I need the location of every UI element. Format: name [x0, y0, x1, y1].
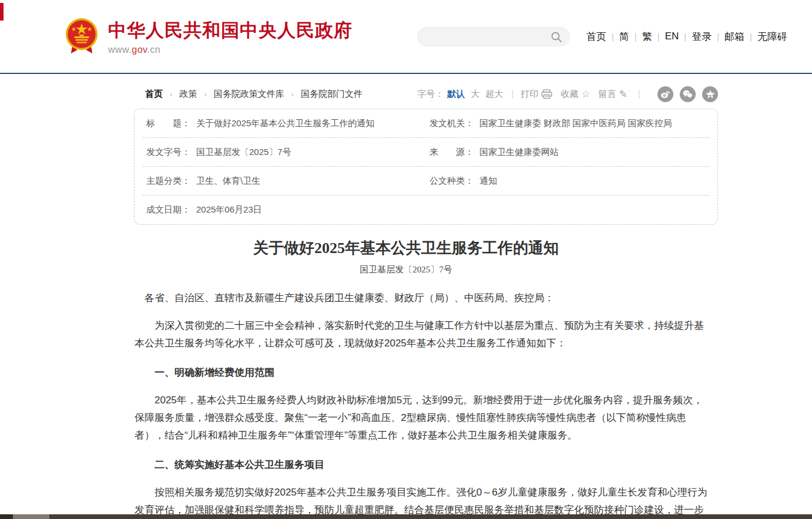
print-button[interactable]: 打印: [521, 89, 552, 100]
left-edge-red-tab: [0, 3, 4, 21]
meta-cell: 发文机关：国家卫生健康委 财政部 国家中医药局 国家疾控局: [426, 118, 709, 129]
meta-label: 标 题：: [146, 118, 190, 129]
pencil-icon: ✎: [619, 88, 628, 100]
article-title: 关于做好2025年基本公共卫生服务工作的通知: [0, 238, 812, 258]
article-heading-3: 一、明确新增经费使用范围: [135, 364, 712, 382]
meta-cell: 来 源：国家卫生健康委网站: [426, 147, 709, 158]
site-url-cn: .cn: [147, 45, 160, 55]
top-nav-item-2[interactable]: 简: [619, 30, 629, 43]
top-nav-item-7[interactable]: 无障碍: [757, 30, 787, 43]
weibo-icon[interactable]: [657, 86, 673, 102]
breadcrumb-separator-icon: ›: [204, 90, 206, 99]
article-paragraph-2: 为深入贯彻党的二十届三中全会精神，落实新时代党的卫生与健康工作方针中以基层为重点…: [135, 317, 712, 352]
meta-label: 成文日期：: [146, 204, 190, 215]
breadcrumb-item-3[interactable]: 国务院政策文件库: [214, 89, 284, 100]
meta-row: 成文日期：2025年06月23日: [143, 196, 709, 224]
header-right: 首页|简|繁|EN|登录|邮箱|无障碍: [417, 27, 787, 46]
font-size-label: 字号：: [417, 89, 444, 100]
meta-value: 通知: [479, 176, 497, 187]
article-heading-5: 二、统筹实施好基本公共卫生服务项目: [135, 456, 712, 474]
social-share: [651, 86, 718, 102]
meta-value: 卫生、体育\卫生: [196, 176, 260, 187]
search-box[interactable]: [417, 27, 570, 46]
article-body: 各省、自治区、直辖市及新疆生产建设兵团卫生健康委、财政厅（局）、中医药局、疾控局…: [135, 289, 712, 519]
meta-label: 公文种类：: [430, 176, 474, 187]
meta-label: 发文机关：: [430, 118, 474, 129]
meta-cell: 发文字号：国卫基层发〔2025〕7号: [143, 147, 426, 158]
meta-cell: 标 题：关于做好2025年基本公共卫生服务工作的通知: [143, 118, 426, 129]
page: 中华人民共和国中央人民政府 www.gov.cn 首页|简|繁|EN|登录|邮箱…: [0, 0, 812, 519]
breadcrumb-item-2[interactable]: 政策: [179, 89, 197, 100]
toolbar-row: 首页›政策›国务院政策文件库›国务院部门文件 字号： 默认 大 超大 | 打印: [134, 85, 718, 103]
breadcrumb-separator-icon: ›: [291, 90, 294, 99]
breadcrumb-item-4[interactable]: 国务院部门文件: [301, 89, 363, 100]
top-nav-item-5[interactable]: 登录: [692, 30, 712, 43]
meta-cell: 主题分类：卫生、体育\卫生: [143, 176, 426, 187]
logo-text: 中华人民共和国中央人民政府 www.gov.cn: [108, 18, 353, 55]
meta-value: 国卫基层发〔2025〕7号: [196, 147, 291, 158]
site-logo[interactable]: 中华人民共和国中央人民政府 www.gov.cn: [65, 18, 353, 55]
print-label: 打印: [521, 89, 538, 100]
breadcrumb-item-1[interactable]: 首页: [145, 89, 163, 100]
breadcrumb: 首页›政策›国务院政策文件库›国务院部门文件: [134, 89, 363, 100]
divider: |: [638, 89, 640, 99]
font-size-default[interactable]: 默认: [447, 89, 465, 100]
meta-row: 标 题：关于做好2025年基本公共卫生服务工作的通知发文机关：国家卫生健康委 财…: [143, 109, 709, 138]
nav-divider: |: [635, 32, 637, 42]
nav-divider: |: [612, 32, 614, 42]
printer-icon: [541, 89, 552, 99]
meta-row: 发文字号：国卫基层发〔2025〕7号来 源：国家卫生健康委网站: [143, 138, 709, 167]
comment-label: 留言: [599, 89, 616, 100]
meta-cell: 成文日期：2025年06月23日: [143, 204, 426, 215]
search-icon[interactable]: [551, 31, 562, 43]
scrollbar-corner: [0, 514, 13, 519]
bottom-scrollbar[interactable]: [0, 514, 812, 519]
breadcrumb-separator-icon: ›: [170, 90, 172, 99]
search-input[interactable]: [418, 28, 569, 46]
meta-label: 发文字号：: [146, 147, 190, 158]
meta-value: 国家卫生健康委网站: [479, 147, 559, 158]
top-nav: 首页|简|繁|EN|登录|邮箱|无障碍: [586, 30, 787, 43]
top-nav-item-6[interactable]: 邮箱: [724, 30, 744, 43]
comment-button[interactable]: 留言 ✎: [599, 88, 628, 100]
document-meta-table: 标 题：关于做好2025年基本公共卫生服务工作的通知发文机关：国家卫生健康委 财…: [134, 109, 718, 225]
divider: |: [511, 89, 514, 99]
font-size-large[interactable]: 大: [471, 89, 479, 100]
meta-label: 主题分类：: [146, 176, 190, 187]
favorite-label: 收藏: [561, 89, 578, 100]
article-paragraph-6: 按照相关服务规范切实做好2025年基本公共卫生服务项目实施工作。强化0～6岁儿童…: [135, 484, 712, 519]
article-paragraph-4: 2025年，基本公共卫生服务经费人均财政补助标准增加5元，达到99元。新增经费用…: [135, 392, 712, 444]
scrollbar-thumb[interactable]: [13, 514, 49, 519]
top-nav-item-4[interactable]: EN: [665, 31, 679, 42]
nav-divider: |: [684, 32, 686, 42]
doc-tools: 字号： 默认 大 超大 | 打印 收藏 ☆: [417, 86, 718, 102]
site-url: www.gov.cn: [108, 45, 353, 55]
star-icon: ☆: [581, 88, 590, 100]
qzone-icon[interactable]: [702, 86, 718, 102]
site-header: 中华人民共和国中央人民政府 www.gov.cn 首页|简|繁|EN|登录|邮箱…: [0, 0, 812, 74]
national-emblem-icon: [65, 18, 99, 55]
site-title: 中华人民共和国中央人民政府: [108, 18, 353, 43]
top-nav-item-3[interactable]: 繁: [642, 30, 652, 43]
meta-value: 关于做好2025年基本公共卫生服务工作的通知: [196, 118, 374, 129]
nav-divider: |: [717, 32, 719, 42]
site-url-gov: gov: [132, 45, 147, 55]
article-doc-number: 国卫基层发〔2025〕7号: [0, 264, 812, 275]
meta-label: 来 源：: [430, 147, 474, 158]
favorite-button[interactable]: 收藏 ☆: [561, 88, 590, 100]
article-salutation-1: 各省、自治区、直辖市及新疆生产建设兵团卫生健康委、财政厅（局）、中医药局、疾控局…: [135, 289, 712, 307]
nav-divider: |: [750, 32, 752, 42]
wechat-icon[interactable]: [680, 86, 696, 102]
font-size-xlarge[interactable]: 超大: [485, 89, 503, 100]
meta-row: 主题分类：卫生、体育\卫生公文种类：通知: [143, 167, 709, 196]
meta-cell: 公文种类：通知: [426, 176, 709, 187]
site-url-www: www.: [108, 45, 132, 55]
top-nav-item-1[interactable]: 首页: [586, 30, 606, 43]
nav-divider: |: [657, 32, 660, 42]
meta-value: 国家卫生健康委 财政部 国家中医药局 国家疾控局: [479, 118, 672, 129]
meta-value: 2025年06月23日: [196, 204, 262, 215]
